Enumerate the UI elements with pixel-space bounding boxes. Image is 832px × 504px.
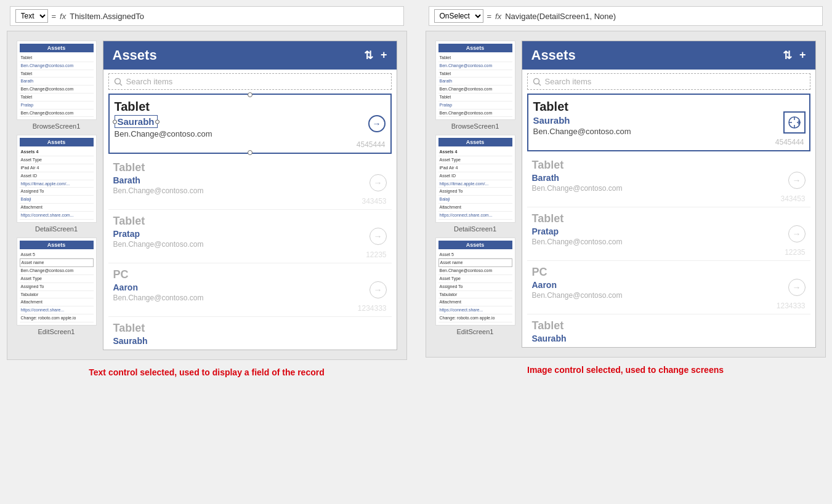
right-item-0-image-control[interactable] xyxy=(783,111,806,134)
left-sidebar-browse-label: BrowseScreen1 xyxy=(17,122,97,130)
svg-point-0 xyxy=(115,78,120,84)
left-app-header: Assets ⇅ + xyxy=(103,41,397,70)
right-sidebar-edit-header: Assets xyxy=(438,241,512,249)
left-item-2-email: Ben.Change@contoso.com xyxy=(113,240,387,249)
right-item-3-person: Aaron xyxy=(532,280,806,290)
left-list-item-0[interactable]: Tablet Saurabh Ben.Change@contoso.com 45… xyxy=(108,94,392,154)
right-sidebar-detail-label: DetailScreen1 xyxy=(435,225,515,233)
right-search-bar[interactable]: Search items xyxy=(527,73,810,90)
left-item-2-number: 12235 xyxy=(113,250,387,259)
left-add-icon: + xyxy=(381,49,387,62)
right-crosshair-icon xyxy=(788,116,801,129)
right-sort-icon: ⇅ xyxy=(783,49,792,62)
left-item-0-title: Tablet xyxy=(115,100,386,114)
right-sidebar-edit-list: Asset 5 Asset name Ben.Change@contoso.co… xyxy=(438,251,512,322)
right-equals: = xyxy=(487,12,492,21)
left-item-3-arrow[interactable]: → xyxy=(370,281,387,298)
right-sidebar: Assets Tablet Ben.Change@contoso.com Tab… xyxy=(435,41,515,348)
right-item-0-email: Ben.Change@contoso.com xyxy=(533,127,804,136)
right-item-1-arrow[interactable]: → xyxy=(788,172,806,189)
right-item-3-email: Ben.Change@contoso.com xyxy=(532,291,806,300)
left-item-1-arrow[interactable]: → xyxy=(370,174,387,191)
left-list-item-2[interactable]: Tablet Pratap Ben.Change@contoso.com 122… xyxy=(108,210,392,263)
left-item-4-title: Tablet xyxy=(113,322,387,335)
left-sidebar-detail: Assets Assets 4 Asset Type iPad Air 4 As… xyxy=(17,135,97,232)
left-header-icons: ⇅ + xyxy=(364,49,387,62)
right-list-item-2[interactable]: Tablet Pratap Ben.Change@contoso.com 122… xyxy=(527,207,810,261)
right-item-4-title: Tablet xyxy=(532,319,806,332)
right-list-item-0[interactable]: Tablet Saurabh Ben.Change@contoso.com 45… xyxy=(527,94,810,151)
svg-line-1 xyxy=(119,83,122,86)
right-formula-bar: OnSelect = fx Navigate(DetailScreen1, No… xyxy=(429,6,823,31)
right-sidebar-browse-list: Tablet Ben.Change@contoso.com Tablet Bar… xyxy=(438,54,512,117)
left-item-3-person: Aaron xyxy=(113,282,387,292)
resize-handle-bottom xyxy=(248,150,252,155)
left-app-title: Assets xyxy=(113,47,157,63)
left-item-0-email: Ben.Change@contoso.com xyxy=(115,129,386,138)
right-sidebar-browse: Assets Tablet Ben.Change@contoso.com Tab… xyxy=(435,41,515,130)
right-item-3-arrow[interactable]: → xyxy=(788,279,806,296)
right-item-0-person: Saurabh xyxy=(533,115,804,126)
right-item-0-number: 4545444 xyxy=(533,138,804,146)
right-item-2-email: Ben.Change@contoso.com xyxy=(532,238,806,246)
right-item-1-person: Barath xyxy=(532,173,806,183)
left-item-2-title: Tablet xyxy=(113,215,387,228)
left-item-0-number: 4545444 xyxy=(115,140,386,149)
left-sidebar-detail-header: Assets xyxy=(20,138,94,146)
right-list-item-4[interactable]: Tablet Saurabh xyxy=(527,314,810,347)
right-search-icon xyxy=(533,78,541,86)
right-app-header: Assets ⇅ + xyxy=(522,41,815,70)
right-panel: OnSelect = fx Navigate(DetailScreen1, No… xyxy=(426,6,826,377)
left-item-1-email: Ben.Change@contoso.com xyxy=(113,186,387,195)
left-panel: Text = fx ThisItem.AssignedTo Assets Tab… xyxy=(7,6,407,377)
right-formula-text: Navigate(DetailScreen1, None) xyxy=(505,12,817,21)
right-sidebar-edit: Assets Asset 5 Asset name Ben.Change@con… xyxy=(435,238,515,335)
left-item-1-title: Tablet xyxy=(113,161,387,174)
right-item-1-email: Ben.Change@contoso.com xyxy=(532,184,806,193)
right-header-icons: ⇅ + xyxy=(783,49,806,62)
left-item-0-handle-left xyxy=(113,119,117,124)
right-sidebar-detail: Assets Assets 4 Asset Type iPad Air 4 As… xyxy=(435,135,515,232)
left-item-2-arrow[interactable]: → xyxy=(370,228,387,245)
right-list-item-1[interactable]: Tablet Barath Ben.Change@contoso.com 343… xyxy=(527,154,810,207)
right-sidebar-browse-label: BrowseScreen1 xyxy=(435,122,515,130)
left-item-0-arrow[interactable]: → xyxy=(368,115,386,132)
left-item-3-title: PC xyxy=(113,268,387,281)
left-formula-text: ThisItem.AssignedTo xyxy=(70,12,398,21)
svg-point-2 xyxy=(533,78,539,84)
left-item-1-number: 343453 xyxy=(113,197,387,206)
left-caption: Text control selected, used to display a… xyxy=(89,367,325,377)
left-fx-icon: fx xyxy=(60,12,66,21)
right-item-2-arrow[interactable]: → xyxy=(788,225,806,242)
right-item-2-person: Pratap xyxy=(532,226,806,236)
left-search-bar[interactable]: Search items xyxy=(108,73,392,90)
right-list-item-3[interactable]: PC Aaron Ben.Change@contoso.com 1234333 … xyxy=(527,261,810,314)
left-property-select[interactable]: Text xyxy=(15,9,48,23)
right-fx-icon: fx xyxy=(495,12,501,21)
right-item-2-title: Tablet xyxy=(532,212,806,225)
left-sort-icon: ⇅ xyxy=(364,49,373,62)
left-panel-box: Assets Tablet Ben.Change@contoso.com Tab… xyxy=(7,31,407,360)
left-item-2-person: Pratap xyxy=(113,229,387,239)
right-sidebar-browse-header: Assets xyxy=(438,44,512,52)
resize-handle-top xyxy=(248,92,252,97)
left-list-item-4[interactable]: Tablet Saurabh xyxy=(108,317,392,350)
left-item-1-person: Barath xyxy=(113,175,387,185)
left-sidebar-detail-label: DetailScreen1 xyxy=(17,225,97,233)
right-item-1-number: 343453 xyxy=(532,194,806,203)
left-item-4-person: Saurabh xyxy=(113,336,387,346)
left-list-item-1[interactable]: Tablet Barath Ben.Change@contoso.com 343… xyxy=(108,156,392,210)
left-sidebar-detail-list: Assets 4 Asset Type iPad Air 4 Asset ID … xyxy=(20,148,94,219)
right-property-select[interactable]: OnSelect xyxy=(434,9,483,23)
right-item-0-title: Tablet xyxy=(533,100,804,114)
right-app-preview: Assets ⇅ + Search items Tablet Saurabh B… xyxy=(522,41,816,348)
right-item-1-title: Tablet xyxy=(532,159,806,172)
right-sidebar-detail-list: Assets 4 Asset Type iPad Air 4 Asset ID … xyxy=(438,148,512,219)
right-sidebar-detail-header: Assets xyxy=(438,138,512,146)
right-item-2-number: 12235 xyxy=(532,248,806,257)
left-item-0-handle-right xyxy=(155,119,160,124)
left-list-item-3[interactable]: PC Aaron Ben.Change@contoso.com 1234333 … xyxy=(108,263,392,317)
left-formula-bar: Text = fx ThisItem.AssignedTo xyxy=(10,6,404,31)
left-sidebar-browse-list: Tablet Ben.Change@contoso.com Tablet Bar… xyxy=(20,54,94,117)
right-caption: Image control selected, used to change s… xyxy=(527,365,724,375)
